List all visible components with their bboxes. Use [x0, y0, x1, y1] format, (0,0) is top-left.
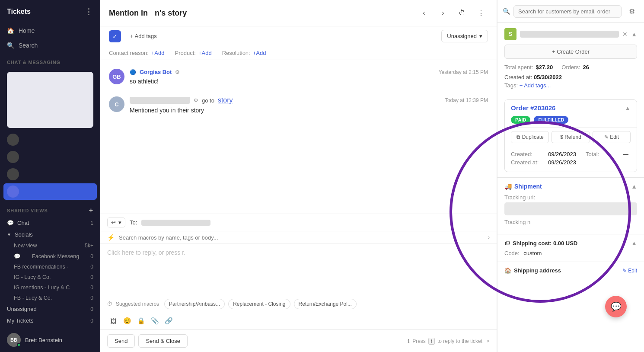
- next-ticket-button[interactable]: ›: [436, 6, 450, 20]
- intercom-chat-button[interactable]: 💬: [605, 296, 627, 317]
- lock-button[interactable]: 🔒: [135, 315, 147, 327]
- code-label: Code:: [504, 250, 520, 256]
- shipping-cost-section: 🏷 Shipping cost: 0.00 USD ▲ Code: custom: [497, 234, 644, 262]
- product-label: Product:: [175, 50, 196, 56]
- add-view-button[interactable]: +: [89, 207, 93, 214]
- customer-name-blurred: [130, 97, 190, 104]
- refund-button[interactable]: $ Refund: [552, 131, 590, 143]
- attach-image-button[interactable]: 🖼: [107, 315, 119, 327]
- bot-icon: 🔵: [130, 69, 136, 75]
- reply-body[interactable]: Click here to reply, or press r.: [100, 244, 497, 296]
- sidebar-sub-fb-lucy[interactable]: FB - Lucy & Co. 0: [0, 293, 100, 303]
- bot-settings-icon: ⚙: [175, 69, 180, 75]
- send-button[interactable]: Send: [107, 334, 135, 348]
- sidebar-sub-fb-reco[interactable]: FB recommendations · 0: [0, 262, 100, 272]
- reply-to-bar: ↩ ▾ To:: [100, 214, 497, 231]
- chat-avatar-panel: [7, 72, 93, 128]
- go-to-icon: ⚙: [194, 97, 198, 103]
- story-link[interactable]: story: [218, 96, 233, 104]
- prev-ticket-button[interactable]: ‹: [417, 6, 431, 20]
- sidebar-sub-new-view[interactable]: New view 5k+: [0, 240, 100, 251]
- macro-search-arrow: ›: [488, 234, 490, 240]
- sidebar-sub-ig-lucy[interactable]: IG - Lucy & Co. 0: [0, 272, 100, 282]
- ticket-title-area: Mention in n's story: [109, 9, 187, 18]
- tracking-number-label: Tracking n: [504, 219, 637, 225]
- sidebar-search-label: Search: [19, 42, 38, 49]
- chat-icon-3[interactable]: [3, 166, 97, 182]
- gorgias-bot-avatar: GB: [109, 69, 124, 84]
- duplicate-icon: ⧉: [516, 134, 520, 140]
- edit-label: ✎ Edit: [604, 134, 619, 140]
- customer-search-input[interactable]: [513, 5, 622, 18]
- edit-address-button[interactable]: ✎ Edit: [622, 268, 637, 274]
- macro-chip-3[interactable]: Return/Exchange Pol...: [294, 299, 357, 309]
- sidebar-item-unassigned[interactable]: Unassigned 0: [0, 303, 100, 315]
- contact-reason-label: Contact reason:: [109, 50, 149, 56]
- sidebar-footer: BB Brett Bernstein: [0, 328, 100, 352]
- sidebar-title: Tickets: [7, 8, 31, 16]
- order-total-label: Total:: [586, 151, 620, 157]
- link-button[interactable]: 🔗: [163, 315, 175, 327]
- product-add[interactable]: +Add: [198, 50, 212, 56]
- order-number[interactable]: Order #203026: [511, 104, 555, 112]
- chat-icon-4-active[interactable]: [3, 183, 97, 200]
- more-options-button[interactable]: ⋮: [474, 6, 488, 20]
- created-label: Created at:: [504, 74, 532, 80]
- order-badges: PAID FULFILLED: [505, 116, 637, 127]
- online-indicator: [17, 343, 21, 347]
- send-close-button[interactable]: Send & Close: [138, 334, 188, 348]
- shipment-toggle-button[interactable]: ▲: [631, 183, 637, 190]
- order-total-value: —: [623, 151, 628, 157]
- unassigned-count: 0: [90, 306, 93, 312]
- close-hint[interactable]: ×: [487, 338, 490, 344]
- sidebar-item-search[interactable]: 🔍 Search: [0, 38, 100, 53]
- resolution-add[interactable]: +Add: [253, 50, 266, 56]
- edit-button[interactable]: ✎ Edit: [593, 131, 631, 143]
- sidebar-item-chat[interactable]: 💬 Chat 1: [0, 217, 100, 229]
- order-close-button[interactable]: ▲: [625, 105, 631, 112]
- add-tags-button[interactable]: + Add tags: [125, 31, 162, 42]
- sidebar-item-socials[interactable]: ▼ Socials: [0, 229, 100, 240]
- chat-icon-1[interactable]: [3, 131, 97, 148]
- orders-stat: Orders: 26: [561, 64, 589, 70]
- msg-time-1: Yesterday at 2:15 PM: [439, 69, 488, 75]
- duplicate-label: Duplicate: [522, 134, 544, 140]
- chat-count: 1: [90, 220, 93, 226]
- attach-file-button[interactable]: 📎: [149, 315, 161, 327]
- ig-mentions-label: IG mentions - Lucy & C: [14, 285, 70, 291]
- reply-mode-selector[interactable]: ↩ ▾: [107, 218, 125, 227]
- order-created-at-label: Created at:: [511, 159, 545, 166]
- settings-gear-button[interactable]: ⚙: [625, 4, 639, 18]
- timer-button[interactable]: ⏱: [455, 6, 469, 20]
- shipping-cost-label: Shipping cost: 0.00 USD: [513, 240, 577, 246]
- shopify-close-button[interactable]: ✕: [622, 31, 628, 38]
- chat-icon-circle-4: [7, 186, 19, 198]
- contact-reason-add[interactable]: +Add: [151, 50, 165, 56]
- sidebar-item-home[interactable]: 🏠 Home: [0, 23, 100, 38]
- check-button[interactable]: ✓: [109, 30, 121, 42]
- shopify-chevron-button[interactable]: ▲: [631, 31, 637, 38]
- shipment-header: 🚚 Shipment ▲: [504, 183, 637, 190]
- unassigned-chevron: ▾: [479, 33, 482, 39]
- sidebar-sub-ig-mentions[interactable]: IG mentions - Lucy & C 0: [0, 282, 100, 293]
- sidebar-item-my-tickets[interactable]: My Tickets 0: [0, 315, 100, 326]
- duplicate-button[interactable]: ⧉ Duplicate: [511, 131, 549, 143]
- unassigned-button[interactable]: Unassigned ▾: [441, 30, 488, 42]
- message-header-1: 🔵 Gorgias Bot ⚙ Yesterday at 2:15 PM: [130, 69, 488, 75]
- chat-icon-2[interactable]: [3, 149, 97, 165]
- message-row: GB 🔵 Gorgias Bot ⚙ Yesterday at 2:15 PM …: [109, 69, 488, 86]
- fb-messenger-icon: 💬: [14, 253, 21, 259]
- add-tag-button[interactable]: + Add tags...: [520, 82, 551, 89]
- macro-chip-1[interactable]: Partnership/Ambass...: [164, 299, 225, 309]
- chat-icon-circle-1: [7, 134, 19, 146]
- emoji-button[interactable]: 😊: [121, 315, 133, 327]
- sidebar-sub-fb-messenger[interactable]: 💬 Facebook Messeng 0: [0, 251, 100, 262]
- create-order-button[interactable]: + Create Order: [504, 45, 637, 59]
- sidebar-dots[interactable]: ⋮: [85, 7, 93, 16]
- macro-chip-2[interactable]: Replacement - Closing: [228, 299, 290, 309]
- macro-search-input[interactable]: [119, 234, 484, 241]
- shipping-cost-toggle[interactable]: ▲: [631, 240, 637, 246]
- chat-icon-circle-3: [7, 168, 19, 180]
- tracking-number-field: Tracking n: [504, 219, 637, 225]
- fb-reco-label: FB recommendations ·: [14, 264, 68, 270]
